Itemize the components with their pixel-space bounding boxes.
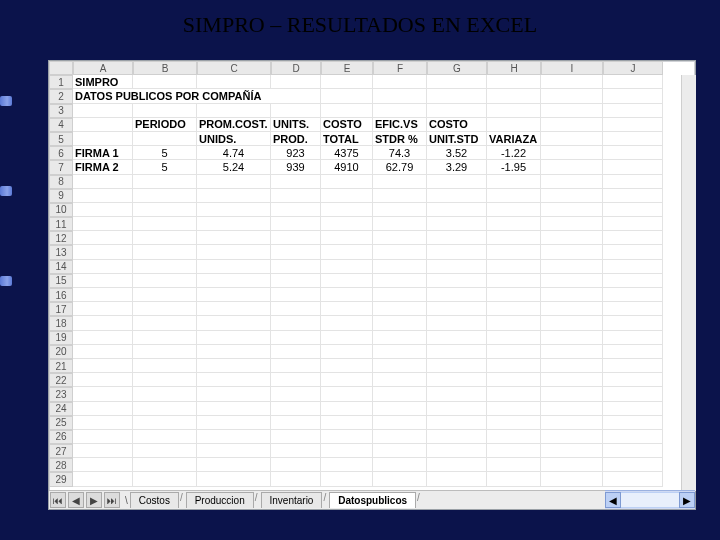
row-header[interactable]: 8	[49, 175, 73, 189]
cell[interactable]	[321, 231, 373, 245]
cell[interactable]	[73, 316, 133, 330]
cell[interactable]	[541, 359, 603, 373]
cell[interactable]	[603, 217, 663, 231]
cell[interactable]	[321, 89, 373, 103]
cell[interactable]: 5	[133, 146, 197, 160]
cell[interactable]	[197, 416, 271, 430]
cell[interactable]	[321, 316, 373, 330]
cell[interactable]	[133, 132, 197, 146]
cell[interactable]	[271, 104, 321, 118]
cell[interactable]	[487, 288, 541, 302]
cell[interactable]: COSTO	[427, 118, 487, 132]
cell[interactable]	[271, 274, 321, 288]
cell[interactable]	[427, 75, 487, 89]
row-header[interactable]: 4	[49, 118, 73, 132]
cell[interactable]	[197, 444, 271, 458]
cell[interactable]	[73, 217, 133, 231]
row-header[interactable]: 5	[49, 132, 73, 146]
cell[interactable]	[321, 458, 373, 472]
cell[interactable]	[541, 458, 603, 472]
cell[interactable]: 62.79	[373, 160, 427, 174]
cell[interactable]	[133, 75, 197, 89]
cell[interactable]	[197, 104, 271, 118]
cell[interactable]	[487, 402, 541, 416]
cell[interactable]: PROM.COST.	[197, 118, 271, 132]
cell[interactable]	[603, 189, 663, 203]
column-header[interactable]: F	[373, 61, 427, 75]
cell[interactable]	[541, 472, 603, 486]
cell[interactable]	[373, 104, 427, 118]
cell[interactable]	[373, 175, 427, 189]
cell[interactable]	[133, 458, 197, 472]
cell[interactable]	[427, 430, 487, 444]
cell[interactable]	[487, 203, 541, 217]
cell[interactable]	[487, 302, 541, 316]
cell[interactable]	[541, 160, 603, 174]
cell[interactable]	[321, 430, 373, 444]
row-header[interactable]: 26	[49, 430, 73, 444]
cell[interactable]	[73, 331, 133, 345]
cell[interactable]	[321, 402, 373, 416]
cell[interactable]	[133, 288, 197, 302]
cell[interactable]	[373, 260, 427, 274]
cell[interactable]	[427, 203, 487, 217]
cell[interactable]	[73, 274, 133, 288]
cell[interactable]	[603, 458, 663, 472]
cell[interactable]	[373, 203, 427, 217]
row-header[interactable]: 17	[49, 302, 73, 316]
cell[interactable]: SIMPRO	[73, 75, 133, 89]
cell[interactable]	[373, 430, 427, 444]
cell[interactable]: 923	[271, 146, 321, 160]
cell[interactable]	[197, 430, 271, 444]
sheet-tab[interactable]: Costos	[130, 492, 179, 508]
cell[interactable]	[603, 430, 663, 444]
row-header[interactable]: 1	[49, 75, 73, 89]
row-header[interactable]: 6	[49, 146, 73, 160]
cell[interactable]	[197, 231, 271, 245]
cell[interactable]	[541, 260, 603, 274]
cell[interactable]	[427, 260, 487, 274]
cell[interactable]	[321, 274, 373, 288]
cell[interactable]	[603, 331, 663, 345]
sheet-tab[interactable]: Inventario	[261, 492, 323, 508]
cell[interactable]	[271, 231, 321, 245]
column-header[interactable]: A	[73, 61, 133, 75]
cell[interactable]	[373, 444, 427, 458]
cell[interactable]	[73, 231, 133, 245]
cell[interactable]	[73, 175, 133, 189]
cell[interactable]: PERIODO	[133, 118, 197, 132]
row-header[interactable]: 14	[49, 260, 73, 274]
cell[interactable]	[603, 203, 663, 217]
cell[interactable]	[427, 444, 487, 458]
cell[interactable]	[197, 472, 271, 486]
cell[interactable]	[487, 359, 541, 373]
row-header[interactable]: 25	[49, 416, 73, 430]
row-header[interactable]: 21	[49, 359, 73, 373]
cell[interactable]	[541, 189, 603, 203]
cell[interactable]	[427, 458, 487, 472]
cell[interactable]	[427, 402, 487, 416]
cell[interactable]	[427, 245, 487, 259]
cell[interactable]	[487, 316, 541, 330]
column-header[interactable]: B	[133, 61, 197, 75]
cell[interactable]	[487, 373, 541, 387]
cell[interactable]	[321, 387, 373, 401]
cell[interactable]	[133, 331, 197, 345]
cell[interactable]: PROD.	[271, 132, 321, 146]
cell[interactable]	[73, 430, 133, 444]
cell[interactable]	[73, 359, 133, 373]
cell[interactable]	[427, 302, 487, 316]
cell[interactable]	[541, 75, 603, 89]
cell[interactable]	[541, 316, 603, 330]
cell[interactable]	[373, 231, 427, 245]
row-header[interactable]: 18	[49, 316, 73, 330]
cell[interactable]	[427, 104, 487, 118]
cell[interactable]	[197, 274, 271, 288]
cell[interactable]	[73, 132, 133, 146]
cell[interactable]	[133, 104, 197, 118]
cell[interactable]	[73, 260, 133, 274]
cell[interactable]	[603, 245, 663, 259]
cell[interactable]	[73, 245, 133, 259]
cell[interactable]	[603, 146, 663, 160]
cell[interactable]	[541, 118, 603, 132]
